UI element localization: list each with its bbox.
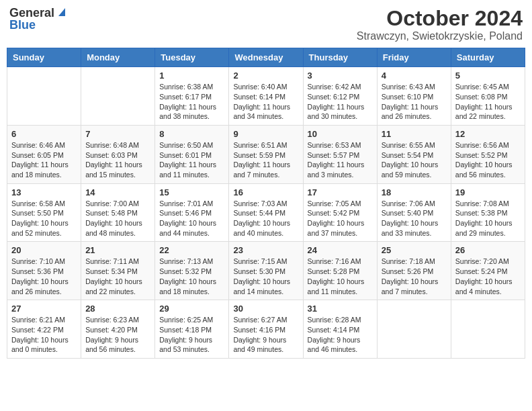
- day-number: 7: [85, 129, 150, 139]
- calendar-day-cell: 6Sunrise: 6:46 AMSunset: 6:05 PMDaylight…: [7, 125, 81, 183]
- day-number: 28: [85, 304, 150, 314]
- calendar-day-cell: 16Sunrise: 7:03 AMSunset: 5:44 PMDayligh…: [229, 183, 303, 242]
- day-info: Sunrise: 7:20 AMSunset: 5:24 PMDaylight:…: [455, 257, 521, 296]
- day-number: 24: [308, 245, 373, 255]
- day-info: Sunrise: 6:53 AMSunset: 5:57 PMDaylight:…: [308, 140, 373, 180]
- day-number: 12: [455, 129, 521, 139]
- day-info: Sunrise: 6:51 AMSunset: 5:59 PMDaylight:…: [233, 140, 298, 180]
- day-info: Sunrise: 6:46 AMSunset: 6:05 PMDaylight:…: [11, 140, 77, 180]
- calendar-day-cell: [81, 67, 155, 126]
- day-info: Sunrise: 6:42 AMSunset: 6:12 PMDaylight:…: [308, 82, 373, 122]
- day-info: Sunrise: 6:50 AMSunset: 6:01 PMDaylight:…: [159, 140, 224, 180]
- calendar-day-cell: [7, 67, 81, 126]
- day-number: 1: [159, 71, 224, 81]
- day-info: Sunrise: 6:55 AMSunset: 5:54 PMDaylight:…: [382, 140, 447, 180]
- day-info: Sunrise: 7:00 AMSunset: 5:48 PMDaylight:…: [85, 199, 150, 238]
- calendar-day-cell: 18Sunrise: 7:06 AMSunset: 5:40 PMDayligh…: [377, 183, 451, 242]
- calendar-day-cell: 23Sunrise: 7:15 AMSunset: 5:30 PMDayligh…: [229, 242, 303, 300]
- day-info: Sunrise: 6:28 AMSunset: 4:14 PMDaylight:…: [308, 315, 373, 355]
- day-number: 30: [233, 304, 298, 314]
- calendar-day-cell: 1Sunrise: 6:38 AMSunset: 6:17 PMDaylight…: [155, 67, 229, 126]
- day-number: 17: [308, 187, 373, 197]
- calendar-day-cell: 31Sunrise: 6:28 AMSunset: 4:14 PMDayligh…: [303, 300, 377, 359]
- calendar-week-row: 20Sunrise: 7:10 AMSunset: 5:36 PMDayligh…: [7, 242, 525, 300]
- day-info: Sunrise: 7:08 AMSunset: 5:38 PMDaylight:…: [455, 199, 521, 238]
- day-info: Sunrise: 6:43 AMSunset: 6:10 PMDaylight:…: [382, 82, 447, 122]
- day-number: 4: [382, 71, 447, 81]
- weekday-header-cell: Friday: [377, 48, 451, 67]
- day-number: 16: [233, 187, 298, 197]
- day-number: 10: [308, 129, 373, 139]
- day-info: Sunrise: 7:13 AMSunset: 5:32 PMDaylight:…: [159, 257, 224, 296]
- weekday-header-cell: Sunday: [7, 48, 81, 67]
- month-title: October 2024: [357, 7, 523, 30]
- day-number: 21: [85, 245, 150, 255]
- day-number: 19: [455, 187, 521, 197]
- calendar-day-cell: 8Sunrise: 6:50 AMSunset: 6:01 PMDaylight…: [155, 125, 229, 183]
- day-info: Sunrise: 6:48 AMSunset: 6:03 PMDaylight:…: [85, 140, 150, 180]
- day-info: Sunrise: 6:21 AMSunset: 4:22 PMDaylight:…: [11, 315, 77, 355]
- logo-general-text: General: [9, 7, 54, 19]
- calendar-day-cell: 9Sunrise: 6:51 AMSunset: 5:59 PMDaylight…: [229, 125, 303, 183]
- day-info: Sunrise: 7:18 AMSunset: 5:26 PMDaylight:…: [382, 257, 447, 296]
- calendar-day-cell: 14Sunrise: 7:00 AMSunset: 5:48 PMDayligh…: [81, 183, 155, 242]
- calendar-day-cell: 22Sunrise: 7:13 AMSunset: 5:32 PMDayligh…: [155, 242, 229, 300]
- day-info: Sunrise: 7:06 AMSunset: 5:40 PMDaylight:…: [382, 199, 447, 238]
- day-info: Sunrise: 6:40 AMSunset: 6:14 PMDaylight:…: [233, 82, 298, 122]
- day-info: Sunrise: 6:27 AMSunset: 4:16 PMDaylight:…: [233, 315, 298, 355]
- calendar-day-cell: 24Sunrise: 7:16 AMSunset: 5:28 PMDayligh…: [303, 242, 377, 300]
- logo: General Blue: [9, 7, 66, 31]
- logo-blue-text: Blue: [9, 19, 36, 31]
- calendar-day-cell: 3Sunrise: 6:42 AMSunset: 6:12 PMDaylight…: [303, 67, 377, 126]
- day-info: Sunrise: 6:38 AMSunset: 6:17 PMDaylight:…: [159, 82, 224, 122]
- calendar-day-cell: 28Sunrise: 6:23 AMSunset: 4:20 PMDayligh…: [81, 300, 155, 359]
- calendar-day-cell: 26Sunrise: 7:20 AMSunset: 5:24 PMDayligh…: [451, 242, 525, 300]
- weekday-header-cell: Saturday: [451, 48, 525, 67]
- calendar-day-cell: 21Sunrise: 7:11 AMSunset: 5:34 PMDayligh…: [81, 242, 155, 300]
- day-number: 14: [85, 187, 150, 197]
- day-number: 23: [233, 245, 298, 255]
- calendar-day-cell: [451, 300, 525, 359]
- day-number: 18: [382, 187, 447, 197]
- day-info: Sunrise: 7:15 AMSunset: 5:30 PMDaylight:…: [233, 257, 298, 296]
- weekday-header-cell: Tuesday: [155, 48, 229, 67]
- day-number: 29: [159, 304, 224, 314]
- day-number: 26: [455, 245, 521, 255]
- calendar-day-cell: [377, 300, 451, 359]
- day-info: Sunrise: 7:10 AMSunset: 5:36 PMDaylight:…: [11, 257, 77, 296]
- weekday-header-cell: Monday: [81, 48, 155, 67]
- day-number: 3: [308, 71, 373, 81]
- day-number: 9: [233, 129, 298, 139]
- calendar-day-cell: 13Sunrise: 6:58 AMSunset: 5:50 PMDayligh…: [7, 183, 81, 242]
- day-number: 13: [11, 187, 77, 197]
- location-title: Strawczyn, Swietokrzyskie, Poland: [357, 30, 523, 42]
- day-number: 8: [159, 129, 224, 139]
- calendar-day-cell: 15Sunrise: 7:01 AMSunset: 5:46 PMDayligh…: [155, 183, 229, 242]
- calendar-day-cell: 2Sunrise: 6:40 AMSunset: 6:14 PMDaylight…: [229, 67, 303, 126]
- day-info: Sunrise: 6:23 AMSunset: 4:20 PMDaylight:…: [85, 315, 150, 355]
- day-number: 5: [455, 71, 521, 81]
- calendar-week-row: 27Sunrise: 6:21 AMSunset: 4:22 PMDayligh…: [7, 300, 525, 359]
- day-info: Sunrise: 6:45 AMSunset: 6:08 PMDaylight:…: [455, 82, 521, 122]
- calendar-day-cell: 5Sunrise: 6:45 AMSunset: 6:08 PMDaylight…: [451, 67, 525, 126]
- day-number: 25: [382, 245, 447, 255]
- calendar-day-cell: 4Sunrise: 6:43 AMSunset: 6:10 PMDaylight…: [377, 67, 451, 126]
- day-info: Sunrise: 6:25 AMSunset: 4:18 PMDaylight:…: [159, 315, 224, 355]
- calendar-day-cell: 29Sunrise: 6:25 AMSunset: 4:18 PMDayligh…: [155, 300, 229, 359]
- day-info: Sunrise: 7:11 AMSunset: 5:34 PMDaylight:…: [85, 257, 150, 296]
- calendar-day-cell: 20Sunrise: 7:10 AMSunset: 5:36 PMDayligh…: [7, 242, 81, 300]
- calendar-day-cell: 17Sunrise: 7:05 AMSunset: 5:42 PMDayligh…: [303, 183, 377, 242]
- day-number: 15: [159, 187, 224, 197]
- day-number: 2: [233, 71, 298, 81]
- day-info: Sunrise: 6:58 AMSunset: 5:50 PMDaylight:…: [11, 199, 77, 238]
- day-number: 11: [382, 129, 447, 139]
- page-header: General Blue October 2024 Strawczyn, Swi…: [7, 7, 525, 42]
- day-info: Sunrise: 7:03 AMSunset: 5:44 PMDaylight:…: [233, 199, 298, 238]
- weekday-header-cell: Thursday: [303, 48, 377, 67]
- svg-marker-0: [58, 8, 65, 16]
- day-number: 6: [11, 129, 77, 139]
- weekday-header-cell: Wednesday: [229, 48, 303, 67]
- calendar-day-cell: 10Sunrise: 6:53 AMSunset: 5:57 PMDayligh…: [303, 125, 377, 183]
- day-info: Sunrise: 7:01 AMSunset: 5:46 PMDaylight:…: [159, 199, 224, 238]
- calendar-table: SundayMondayTuesdayWednesdayThursdayFrid…: [7, 48, 525, 359]
